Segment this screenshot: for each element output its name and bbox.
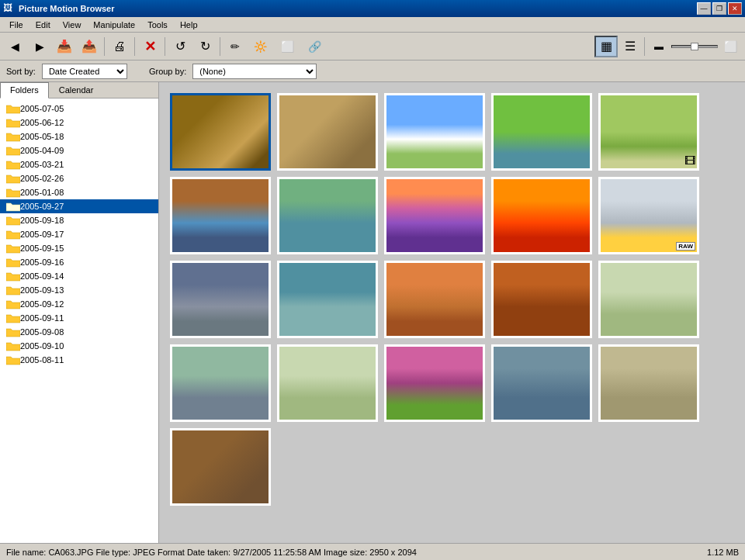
folder-label: 2005-02-26	[20, 174, 64, 183]
zoom-slider-thumb[interactable]	[691, 43, 698, 50]
panel-tabs: Folders Calendar	[0, 82, 158, 99]
thumbnail-item[interactable]	[491, 261, 592, 338]
separator-2	[134, 37, 135, 56]
thumbnail-grid: 🎞RAW	[167, 90, 737, 509]
sort-select[interactable]: Date Created Date Modified File Name Fil…	[42, 64, 127, 79]
thumbnail-item[interactable]	[277, 261, 378, 338]
folder-label: 2005-09-15	[20, 244, 64, 253]
toolbar: ◀ ▶ 📥 📤 🖨 ✕ ↺ ↻ ✏ 🔆 ⬜ 🔗 ▦ ☰	[0, 33, 745, 60]
restore-button[interactable]: ❐	[712, 2, 726, 15]
rotate-right-button[interactable]: ↻	[193, 36, 217, 57]
thumbnail-item[interactable]	[384, 93, 485, 171]
folder-label: 2005-01-08	[20, 188, 64, 197]
main-area: Folders Calendar 2005-07-052005-06-12200…	[0, 82, 745, 543]
folder-item[interactable]: 2005-09-17	[0, 227, 158, 241]
forward-icon: ▶	[36, 41, 44, 52]
thumbnail-image	[494, 263, 590, 336]
thumbnail-item[interactable]	[598, 344, 699, 422]
rotate-left-icon: ↺	[175, 39, 185, 54]
thumbnail-item[interactable]	[170, 93, 271, 171]
tab-calendar[interactable]: Calendar	[49, 82, 104, 98]
folder-item[interactable]: 2005-03-21	[0, 157, 158, 171]
close-button[interactable]: ✕	[728, 2, 742, 15]
export-button[interactable]: 📤	[78, 36, 101, 57]
folder-item[interactable]: 2005-09-08	[0, 325, 158, 339]
thumbnail-item[interactable]	[491, 177, 592, 254]
thumbnail-item[interactable]	[384, 261, 485, 338]
folder-item[interactable]: 2005-06-12	[0, 116, 158, 130]
tab-folders[interactable]: Folders	[0, 82, 49, 99]
menu-help[interactable]: Help	[174, 19, 204, 31]
thumbnail-item[interactable]	[598, 261, 699, 338]
back-button[interactable]: ◀	[3, 36, 26, 57]
folder-label: 2005-06-12	[20, 118, 64, 127]
thumbnail-item[interactable]: 🎞	[598, 93, 699, 171]
menu-edit[interactable]: Edit	[29, 19, 57, 31]
folder-item[interactable]: 2005-09-27	[0, 199, 158, 213]
folder-label: 2005-09-08	[20, 327, 64, 337]
thumbnail-item[interactable]	[277, 344, 378, 422]
thumbnail-item[interactable]	[491, 344, 592, 422]
thumbnail-item[interactable]	[170, 177, 271, 254]
thumbnail-item[interactable]	[170, 261, 271, 338]
minimize-button[interactable]: —	[697, 2, 711, 15]
folder-item[interactable]: 2005-09-13	[0, 283, 158, 297]
titlebar: 🖼 Picture Motion Browser — ❐ ✕	[0, 0, 745, 17]
statusbar-size: 1.12 MB	[707, 548, 739, 557]
folder-item[interactable]: 2005-09-10	[0, 339, 158, 353]
folder-item[interactable]: 2005-09-14	[0, 269, 158, 283]
thumbnail-item[interactable]	[491, 93, 592, 171]
import-button[interactable]: 📥	[53, 36, 76, 57]
folder-label: 2005-03-21	[20, 160, 64, 169]
folder-label: 2005-07-05	[20, 104, 64, 113]
enhance-button[interactable]: 🔆	[248, 36, 272, 57]
menu-tools[interactable]: Tools	[141, 19, 174, 31]
delete-button[interactable]: ✕	[138, 36, 161, 57]
thumbnail-item[interactable]: RAW	[598, 177, 699, 254]
folder-item[interactable]: 2005-09-11	[0, 311, 158, 325]
thumbnail-image	[172, 347, 269, 420]
delete-icon: ✕	[144, 38, 156, 55]
rotate-right-icon: ↻	[200, 39, 210, 54]
forward-button[interactable]: ▶	[28, 36, 51, 57]
print-button[interactable]: 🖨	[108, 36, 131, 57]
folder-item[interactable]: 2005-09-18	[0, 213, 158, 227]
edit-icon: ✏	[230, 40, 240, 53]
edit-button[interactable]: ✏	[224, 36, 247, 57]
sortbar: Sort by: Date Created Date Modified File…	[0, 60, 745, 82]
folder-item[interactable]: 2005-04-09	[0, 143, 158, 157]
folder-item[interactable]: 2005-05-18	[0, 130, 158, 143]
folder-label: 2005-09-17	[20, 230, 64, 239]
thumbnail-item[interactable]	[384, 344, 485, 422]
thumbnail-image	[172, 263, 269, 336]
folder-item[interactable]: 2005-09-15	[0, 241, 158, 255]
thumbnail-item[interactable]	[277, 93, 378, 171]
folder-list[interactable]: 2005-07-052005-06-122005-05-182005-04-09…	[0, 99, 158, 543]
thumbnail-item[interactable]	[170, 344, 271, 422]
group-label: Group by:	[149, 67, 186, 76]
thumbnail-item[interactable]	[277, 177, 378, 254]
zoom-slider-track	[671, 45, 718, 48]
folder-item[interactable]: 2005-07-05	[0, 102, 158, 116]
menu-view[interactable]: View	[57, 19, 88, 31]
folder-item[interactable]: 2005-09-16	[0, 255, 158, 269]
rotate-left-button[interactable]: ↺	[168, 36, 192, 57]
thumbnail-item[interactable]	[384, 177, 485, 254]
thumbnail-image	[601, 179, 697, 252]
folder-item[interactable]: 2005-01-08	[0, 185, 158, 199]
listview-button[interactable]: ☰	[619, 36, 642, 57]
gridview-icon: ▦	[601, 39, 612, 54]
filmstrip-button[interactable]: ▬	[647, 36, 670, 57]
folder-item[interactable]: 2005-02-26	[0, 171, 158, 185]
menu-file[interactable]: File	[3, 19, 29, 31]
folder-item[interactable]: 2005-09-12	[0, 297, 158, 311]
right-panel[interactable]: 🎞RAW	[159, 82, 745, 543]
export2-button[interactable]: 🔗	[303, 36, 326, 57]
menu-manipulate[interactable]: Manipulate	[87, 19, 141, 31]
gridview-button[interactable]: ▦	[594, 36, 618, 57]
fullscreen-button[interactable]: ⬜	[719, 36, 742, 57]
thumbnail-item[interactable]	[170, 428, 271, 506]
panorama-button[interactable]: ⬜	[273, 36, 301, 57]
group-select[interactable]: (None) Date Folder Rating	[192, 64, 317, 79]
folder-item[interactable]: 2005-08-11	[0, 353, 158, 367]
